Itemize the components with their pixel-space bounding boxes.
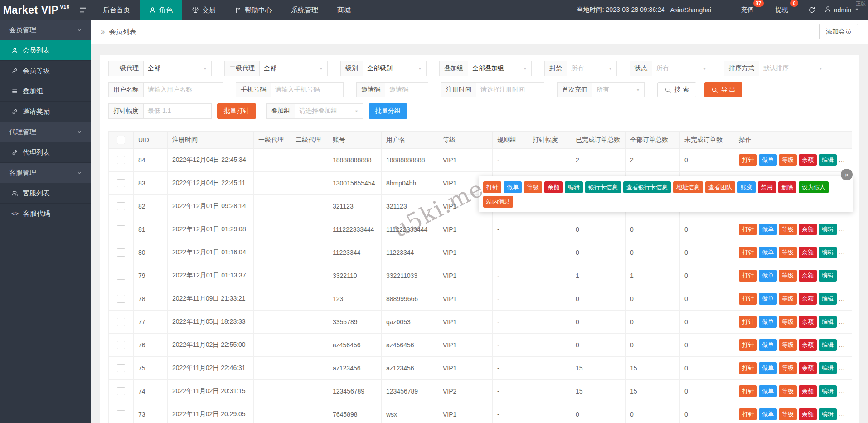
more-actions[interactable]: …	[839, 156, 845, 163]
action-balance[interactable]: 余额	[799, 408, 817, 420]
withdraw-link[interactable]: 提现 0	[776, 6, 788, 14]
nav-item-trade[interactable]: 交易	[182, 0, 225, 20]
action-order[interactable]: 做单	[759, 316, 777, 328]
action-edit[interactable]: 编辑	[819, 362, 837, 374]
popup-action-view-bank-card[interactable]: 查看银行卡信息	[623, 181, 671, 193]
action-level[interactable]: 等级	[779, 316, 797, 328]
action-order[interactable]: 做单	[759, 224, 777, 235]
filter-agent2-select[interactable]: 全部▼	[260, 61, 328, 76]
more-actions[interactable]: …	[839, 387, 845, 394]
filter-username-input[interactable]: 请输入用户名称	[144, 82, 223, 97]
action-edit[interactable]: 编辑	[819, 339, 837, 351]
action-order[interactable]: 做单	[759, 293, 777, 305]
action-balance[interactable]: 余额	[799, 247, 817, 258]
action-order[interactable]: 做单	[759, 362, 777, 374]
row-checkbox[interactable]	[117, 318, 125, 326]
action-needle[interactable]: 打针	[739, 385, 757, 397]
action-needle[interactable]: 打针	[739, 316, 757, 328]
sidebar-item-member-list[interactable]: 会员列表	[0, 40, 91, 61]
action-needle[interactable]: 打针	[739, 408, 757, 420]
action-level[interactable]: 等级	[779, 154, 797, 166]
filter-reg-time-input[interactable]: 请选择注册时间	[476, 82, 544, 97]
add-member-button[interactable]: 添加会员	[819, 24, 858, 39]
more-actions[interactable]: …	[839, 318, 845, 325]
row-checkbox[interactable]	[117, 179, 125, 187]
filter-phone-input[interactable]: 请输入手机号码	[271, 82, 344, 97]
nav-item-roles[interactable]: 角色	[140, 0, 182, 20]
recharge-link[interactable]: 充值 87	[741, 6, 754, 14]
more-actions[interactable]: …	[839, 341, 845, 348]
row-checkbox[interactable]	[117, 295, 125, 303]
action-edit[interactable]: 编辑	[819, 316, 837, 328]
filter-stack-group-select[interactable]: 全部叠加组▼	[468, 61, 532, 76]
filter-needle-range-input[interactable]: 最低 1.1	[144, 103, 212, 119]
popup-action-address[interactable]: 地址信息	[673, 181, 703, 193]
sidebar-group-service-management[interactable]: 客服管理	[0, 163, 91, 183]
batch-needle-button[interactable]: 批量打针	[217, 103, 256, 119]
hamburger-menu-icon[interactable]	[73, 0, 93, 20]
action-edit[interactable]: 编辑	[819, 293, 837, 305]
more-actions[interactable]: …	[839, 364, 845, 371]
filter-status-select[interactable]: 所有▼	[652, 61, 711, 76]
close-icon[interactable]: ×	[841, 169, 853, 180]
action-level[interactable]: 等级	[779, 293, 797, 305]
sidebar-item-member-level[interactable]: 会员等级	[0, 61, 91, 81]
row-checkbox[interactable]	[117, 341, 125, 349]
filter-agent1-select[interactable]: 全部▼	[144, 61, 212, 76]
action-order[interactable]: 做单	[759, 339, 777, 351]
action-balance[interactable]: 余额	[799, 293, 817, 305]
batch-group-button[interactable]: 批量分组	[369, 103, 407, 119]
select-all-checkbox[interactable]	[117, 136, 125, 144]
action-level[interactable]: 等级	[779, 408, 797, 420]
filter-sort-select[interactable]: 默认排序▼	[759, 61, 827, 76]
action-level[interactable]: 等级	[779, 270, 797, 282]
action-balance[interactable]: 余额	[799, 224, 817, 235]
action-balance[interactable]: 余额	[799, 339, 817, 351]
action-order[interactable]: 做单	[759, 247, 777, 258]
nav-item-dashboard[interactable]: 后台首页	[93, 0, 140, 20]
filter-level-select[interactable]: 全部级别▼	[363, 61, 427, 76]
action-balance[interactable]: 余额	[799, 362, 817, 374]
row-checkbox[interactable]	[117, 410, 125, 418]
action-level[interactable]: 等级	[779, 362, 797, 374]
action-order[interactable]: 做单	[759, 270, 777, 282]
action-level[interactable]: 等级	[779, 385, 797, 397]
nav-item-mall[interactable]: 商城	[328, 0, 360, 20]
action-level[interactable]: 等级	[779, 247, 797, 258]
row-checkbox[interactable]	[117, 156, 125, 164]
action-needle[interactable]: 打针	[739, 270, 757, 282]
export-button[interactable]: 导 出	[704, 82, 742, 97]
action-balance[interactable]: 余额	[799, 270, 817, 282]
row-checkbox[interactable]	[117, 272, 125, 280]
more-actions[interactable]: …	[839, 272, 845, 279]
popup-action-disable[interactable]: 禁用	[758, 181, 776, 193]
action-order[interactable]: 做单	[759, 408, 777, 420]
more-actions[interactable]: …	[839, 225, 845, 233]
popup-action-account-change[interactable]: 账变	[737, 181, 756, 193]
action-needle[interactable]: 打针	[739, 339, 757, 351]
row-checkbox[interactable]	[117, 202, 125, 210]
sidebar-item-service-code[interactable]: </>客服代码	[0, 204, 91, 224]
popup-action-needle[interactable]: 打针	[483, 181, 501, 193]
popup-action-balance[interactable]: 余额	[544, 181, 563, 193]
sidebar-item-invite-reward[interactable]: 邀请奖励	[0, 102, 91, 122]
row-checkbox[interactable]	[117, 225, 125, 233]
sidebar-item-agent-list[interactable]: 代理列表	[0, 142, 91, 163]
filter-invite-code-input[interactable]: 邀请码	[385, 82, 428, 97]
action-needle[interactable]: 打针	[739, 154, 757, 166]
filter-first-recharge-select[interactable]: 所有▼	[592, 82, 645, 97]
sidebar-group-agent-management[interactable]: 代理管理	[0, 122, 91, 142]
action-order[interactable]: 做单	[759, 154, 777, 166]
search-button[interactable]: 搜 索	[657, 82, 696, 97]
nav-item-system[interactable]: 系统管理	[281, 0, 328, 20]
action-edit[interactable]: 编辑	[819, 224, 837, 235]
popup-action-delete[interactable]: 删除	[778, 181, 796, 193]
action-edit[interactable]: 编辑	[819, 247, 837, 258]
sidebar-item-stack-group[interactable]: 叠加组	[0, 81, 91, 102]
popup-action-bank-card[interactable]: 银行卡信息	[585, 181, 621, 193]
popup-action-site-message[interactable]: 站内消息	[483, 196, 513, 208]
more-actions[interactable]: …	[839, 295, 845, 302]
action-needle[interactable]: 打针	[739, 224, 757, 235]
user-menu[interactable]: admin	[824, 6, 860, 14]
action-needle[interactable]: 打针	[739, 247, 757, 258]
